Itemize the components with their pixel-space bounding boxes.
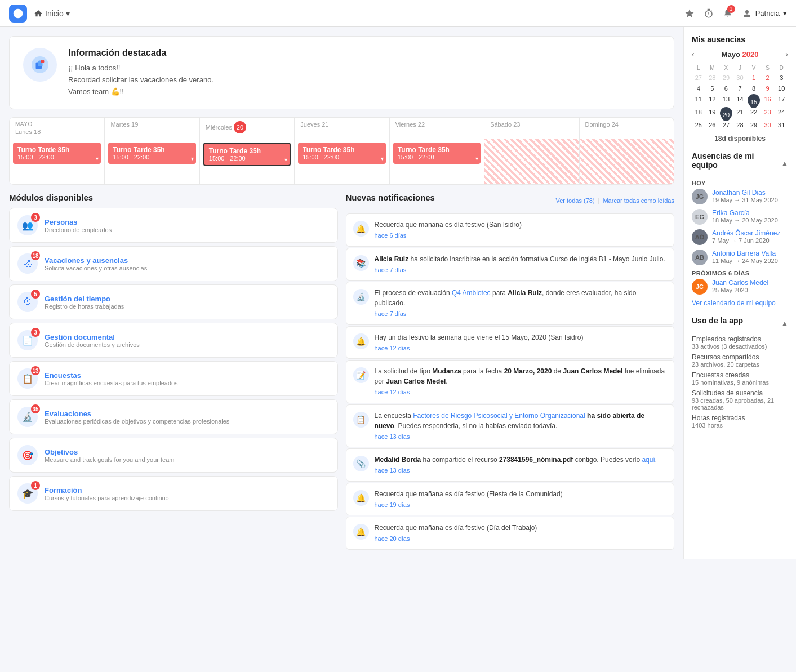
uso-row-1: Recursos compartidos 23 archivos, 20 car… [692, 353, 788, 368]
shift-card-2[interactable]: Turno Tarde 35h 15:00 - 22:00 ▾ [203, 143, 291, 166]
app-logo[interactable] [9, 5, 27, 23]
shift-card-1[interactable]: Turno Tarde 35h 15:00 - 22:00 ▾ [108, 143, 195, 164]
cal-day[interactable]: 21 [733, 107, 747, 119]
uso-collapse-btn[interactable]: ▲ [781, 319, 788, 327]
cal-day[interactable]: 18 [692, 107, 705, 119]
shift-card-4[interactable]: Turno Tarde 35h 15:00 - 22:00 ▾ [393, 143, 481, 164]
shift-arrow[interactable]: ▾ [381, 155, 384, 162]
info-title: Información destacada [68, 48, 214, 58]
module-item-5[interactable]: 🔬 35 Evaluaciones Evaluaciones periódica… [9, 399, 338, 434]
cal-day[interactable]: 17 [775, 94, 788, 106]
notif-time-4[interactable]: hace 12 días [375, 388, 668, 397]
notif-time-8[interactable]: hace 20 días [375, 534, 537, 544]
notif-item-0: 🔔 Recuerda que mañana es día festivo (Sa… [346, 213, 675, 247]
cal-day[interactable]: 10 [775, 83, 788, 94]
cal-day[interactable]: 3 [775, 73, 788, 83]
right-panel: Mis ausencias ‹ Mayo 2020 › LMXJVSD 2728… [683, 27, 796, 559]
shift-arrow[interactable]: ▾ [191, 155, 194, 162]
module-item-4[interactable]: 📋 13 Encuestas Crear magníficas encuesta… [9, 361, 338, 396]
notif-icon-1: 📚 [353, 255, 369, 271]
notif-icon-4: 📝 [353, 367, 369, 383]
day-num: 22 [418, 121, 425, 128]
cal-day[interactable]: 27 [692, 73, 705, 83]
cal-day[interactable]: 20 [720, 107, 732, 119]
home-chevron[interactable]: ▾ [66, 9, 70, 18]
module-item-2[interactable]: ⏱ 5 Gestión del tiempo Registro de horas… [9, 284, 338, 319]
user-menu[interactable]: Patricia ▾ [742, 8, 787, 19]
cal-day[interactable]: 7 [733, 83, 747, 94]
cal-day[interactable]: 26 [706, 120, 719, 130]
module-item-6[interactable]: 🎯 Objetivos Measure and track goals for … [9, 438, 338, 473]
shift-arrow[interactable]: ▾ [284, 157, 287, 163]
cal-prev-btn[interactable]: ‹ [692, 50, 695, 59]
absence-name-link-3[interactable]: Antonio Barrera Valla [712, 250, 778, 257]
module-item-3[interactable]: 📄 3 Gestión documental Gestión de docume… [9, 323, 338, 358]
mark-read-link[interactable]: Marcar todas como leídas [603, 197, 674, 204]
notif-time-7[interactable]: hace 19 días [375, 500, 563, 510]
cal-day[interactable]: 29 [747, 120, 761, 130]
module-item-7[interactable]: 🎓 1 Formación Cursos y tutoriales para a… [9, 476, 338, 511]
cal-day[interactable]: 13 [719, 94, 733, 106]
module-badge-wrap-0: 👥 3 [17, 215, 38, 235]
module-item-1[interactable]: 🏖 18 Vacaciones y ausencias Solicita vac… [9, 246, 338, 281]
cal-day[interactable]: 1 [747, 73, 761, 83]
cal-day[interactable]: 31 [775, 120, 788, 130]
cal-day[interactable]: 4 [692, 83, 705, 94]
cal-day[interactable]: 9 [761, 83, 775, 94]
cal-day[interactable]: 16 [761, 94, 775, 106]
uso-label-1: Recursos compartidos [692, 353, 788, 361]
absence-name-link-0[interactable]: Jonathan Gil Dias [712, 189, 778, 197]
cal-next-btn[interactable]: › [785, 50, 788, 59]
home-nav[interactable]: Inicio ▾ [34, 9, 70, 18]
module-badge-0: 3 [31, 213, 40, 222]
cal-day[interactable]: 8 [747, 83, 761, 94]
cal-day[interactable]: 28 [706, 73, 719, 83]
cal-day[interactable]: 2 [761, 73, 775, 83]
cal-day[interactable]: 27 [719, 120, 733, 130]
module-name-7: Formación [45, 486, 169, 495]
bell-wrap[interactable]: 1 [723, 7, 733, 19]
cal-day[interactable]: 30 [733, 73, 747, 83]
sched-cell-3: Turno Tarde 35h 15:00 - 22:00 ▾ [294, 139, 389, 184]
module-name-5: Evaluaciones [45, 410, 229, 418]
cal-day[interactable]: 12 [706, 94, 719, 106]
sched-cell-1: Turno Tarde 35h 15:00 - 22:00 ▾ [104, 139, 199, 184]
cal-day[interactable]: 29 [719, 73, 733, 83]
absence-info-prox-0: Juan Carlos Medel 25 May 2020 [712, 279, 768, 293]
cal-day[interactable]: 11 [692, 94, 705, 106]
notif-time-6[interactable]: hace 13 días [375, 466, 657, 475]
cal-day[interactable]: 22 [747, 107, 761, 119]
cal-day[interactable]: 6 [719, 83, 733, 94]
cal-day[interactable]: 15 [748, 94, 760, 106]
absence-name-link-prox-0[interactable]: Juan Carlos Medel [712, 279, 768, 287]
see-all-link[interactable]: Ver todas (78) [555, 197, 594, 204]
star-icon[interactable] [684, 8, 695, 19]
cal-days-of-week: LMXJVSD [692, 63, 788, 73]
mini-calendar: ‹ Mayo 2020 › LMXJVSD 272829301234567891… [692, 50, 788, 143]
timer-icon[interactable] [704, 8, 714, 19]
cal-day[interactable]: 5 [706, 83, 719, 94]
notif-time-2[interactable]: hace 7 días [375, 309, 668, 319]
cal-day[interactable]: 24 [775, 107, 788, 119]
cal-day[interactable]: 28 [733, 120, 747, 130]
module-info-3: Gestión documental Gestión de documentos… [45, 333, 140, 348]
cal-day[interactable]: 19 [706, 107, 719, 119]
notif-time-3[interactable]: hace 12 días [375, 344, 584, 353]
shift-arrow[interactable]: ▾ [96, 155, 99, 162]
notif-time-1[interactable]: hace 7 días [375, 265, 665, 275]
shift-card-3[interactable]: Turno Tarde 35h 15:00 - 22:00 ▾ [298, 143, 385, 164]
cal-day[interactable]: 23 [761, 107, 775, 119]
cal-day[interactable]: 25 [692, 120, 705, 130]
notif-time-0[interactable]: hace 6 días [375, 231, 522, 241]
cal-day[interactable]: 14 [733, 94, 747, 106]
cal-day[interactable]: 30 [761, 120, 775, 130]
shift-arrow[interactable]: ▾ [475, 155, 478, 162]
shift-card-0[interactable]: Turno Tarde 35h 15:00 - 22:00 ▾ [13, 143, 101, 164]
module-item-0[interactable]: 👥 3 Personas Directorio de empleados [9, 208, 338, 243]
ver-calendario-link[interactable]: Ver calendario de mi equipo [692, 299, 788, 307]
absence-name-link-2[interactable]: Andrés Óscar Jiménez [712, 229, 780, 237]
notif-time-5[interactable]: hace 13 días [375, 432, 668, 442]
absence-name-link-1[interactable]: Erika García [712, 209, 778, 217]
ausencias-collapse-btn[interactable]: ▲ [781, 159, 788, 167]
day-num: 19 [131, 121, 138, 128]
